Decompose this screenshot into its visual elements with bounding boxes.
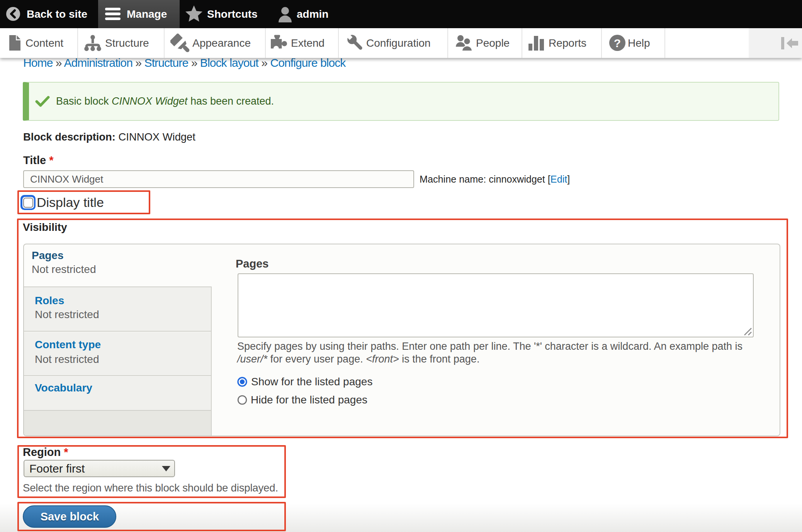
svg-text:?: ? xyxy=(614,37,621,49)
